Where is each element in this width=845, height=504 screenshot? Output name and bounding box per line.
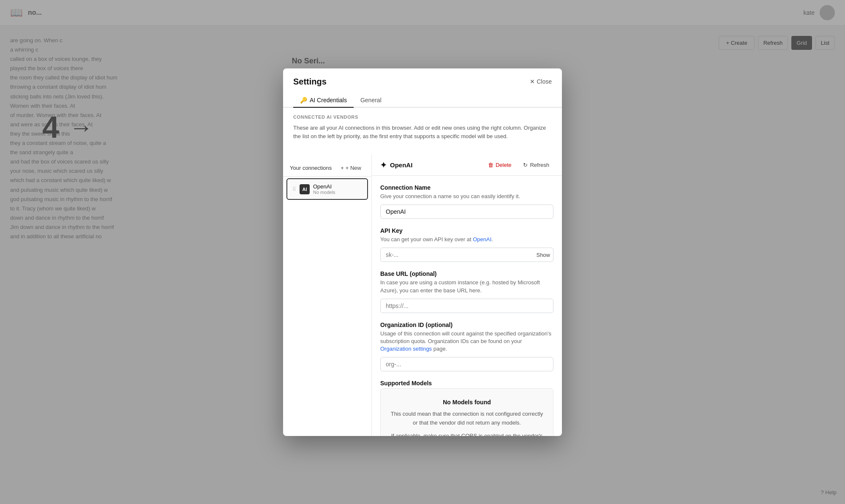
modal-close-button[interactable]: ✕ Close [530, 78, 552, 85]
section-title: CONNECTED AI VENDORS [293, 114, 552, 120]
api-key-field: API Key You can get your own API key ove… [380, 227, 553, 262]
settings-modal: Settings ✕ Close 🔑 AI Credentials Genera… [283, 68, 562, 436]
connection-info: OpenAI No models [313, 183, 362, 195]
openai-vendor-icon: AI [300, 184, 310, 194]
base-url-desc: In case you are using a custom instance … [380, 279, 553, 294]
org-id-label: Organization ID (optional) [380, 321, 553, 328]
plus-icon: + [341, 165, 344, 171]
base-url-field: Base URL (optional) In case you are usin… [380, 270, 553, 313]
openai-star-icon: ✦ [380, 161, 387, 170]
modal-body: Your connections + + New ⠿ AI OpenAI No … [283, 155, 562, 436]
trash-icon: 🗑 [488, 162, 493, 168]
right-panel-content: Connection Name Give your connection a n… [372, 176, 562, 436]
openai-link[interactable]: OpenAI [473, 236, 491, 242]
modal-title: Settings [293, 77, 327, 87]
api-key-desc: You can get your own API key over at Ope… [380, 236, 553, 243]
supported-models-field: Supported Models No Models found This co… [380, 380, 553, 436]
api-key-label: API Key [380, 227, 553, 234]
org-id-field: Organization ID (optional) Usage of this… [380, 321, 553, 372]
connection-name: OpenAI [313, 183, 362, 190]
connection-item-openai[interactable]: ⠿ AI OpenAI No models [286, 178, 368, 200]
connection-name-field: Connection Name Give your connection a n… [380, 184, 553, 219]
connection-sub: No models [313, 190, 362, 195]
base-url-label: Base URL (optional) [380, 270, 553, 277]
base-url-input[interactable] [380, 299, 553, 313]
org-settings-link[interactable]: Organization settings [380, 346, 432, 352]
modal-overlay: Settings ✕ Close 🔑 AI Credentials Genera… [0, 0, 845, 504]
key-icon: 🔑 [300, 97, 307, 104]
modal-header: Settings ✕ Close [283, 68, 562, 87]
delete-button[interactable]: 🗑 Delete [484, 160, 516, 170]
vendors-section: CONNECTED AI VENDORS These are all your … [283, 108, 562, 155]
no-models-box: No Models found This could mean that the… [380, 388, 553, 436]
section-description: These are all your AI connections in thi… [293, 124, 552, 142]
connection-name-label: Connection Name [380, 184, 553, 191]
api-key-input[interactable] [380, 248, 553, 262]
no-models-desc-1: This could mean that the connection is n… [389, 410, 545, 428]
tab-general[interactable]: General [354, 93, 388, 108]
right-panel-header: ✦ OpenAI 🗑 Delete ↻ Refresh [372, 155, 562, 176]
right-panel: ✦ OpenAI 🗑 Delete ↻ Refresh [372, 155, 562, 436]
connections-label: Your connections [290, 165, 332, 171]
org-id-input[interactable] [380, 357, 553, 371]
connection-name-desc: Give your connection a name so you can e… [380, 193, 553, 200]
no-models-title: No Models found [389, 399, 545, 406]
refresh-icon: ↻ [523, 162, 528, 168]
new-connection-button[interactable]: + + New [337, 163, 365, 173]
tab-ai-credentials[interactable]: 🔑 AI Credentials [293, 93, 354, 108]
connections-bar: Your connections + + New [283, 160, 371, 177]
drag-handle-icon: ⠿ [292, 186, 296, 192]
modal-tabs: 🔑 AI Credentials General [283, 93, 562, 108]
show-api-key-button[interactable]: Show [536, 252, 550, 258]
api-key-input-wrap: Show [380, 248, 553, 262]
vendor-header-name: ✦ OpenAI [380, 161, 412, 170]
org-id-desc: Usage of this connection will count agai… [380, 330, 553, 353]
no-models-desc-2: If applicable, make sure that CORS is en… [389, 432, 545, 436]
supported-models-label: Supported Models [380, 380, 553, 387]
connection-name-input[interactable] [380, 204, 553, 219]
refresh-connection-button[interactable]: ↻ Refresh [519, 160, 553, 170]
header-actions: 🗑 Delete ↻ Refresh [484, 160, 553, 170]
left-panel: Your connections + + New ⠿ AI OpenAI No … [283, 155, 372, 436]
